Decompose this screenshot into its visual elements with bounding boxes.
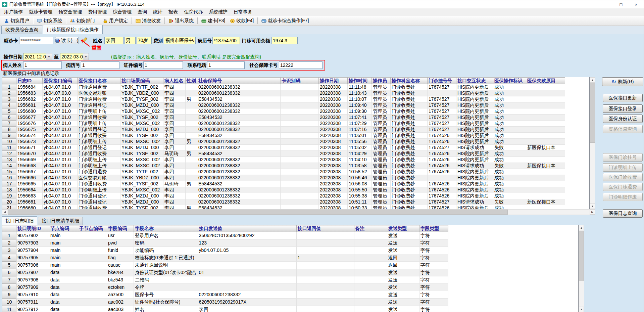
- close-icon[interactable]: ×: [629, 0, 644, 8]
- vscroll-thumb[interactable]: [590, 83, 595, 143]
- table-row[interactable]: 190757902mainusr登录用户名350628C101350628002…: [2, 232, 448, 239]
- detail-tab[interactable]: 接口日志清单明细: [38, 217, 83, 225]
- column-header[interactable]: 社会保障号: [197, 78, 281, 84]
- column-header[interactable]: 医保接口编码: [43, 78, 78, 84]
- table-row[interactable]: 990757910dataaaz500医保卡号0220006001238332发…: [2, 291, 448, 299]
- toolbar-button[interactable]: 退出系统: [166, 16, 196, 25]
- column-header[interactable]: 日志ID: [16, 78, 43, 84]
- gender-input[interactable]: [125, 37, 136, 44]
- scroll-left-icon[interactable]: ◀: [2, 210, 7, 215]
- table-row[interactable]: 101956673yb04.07.01.0门诊明细上传YBJK_MXSC_002…: [2, 139, 565, 145]
- menu-item[interactable]: 查询: [135, 8, 150, 16]
- column-header[interactable]: 发送类型: [387, 225, 419, 232]
- toolbar-button[interactable]: 切换系统: [35, 16, 64, 25]
- menu-item[interactable]: 系统维护: [206, 8, 231, 16]
- toolbar-button[interactable]: 就诊卡综合操作[F7]: [259, 16, 311, 25]
- column-header[interactable]: 接口场景编码: [120, 78, 163, 84]
- menu-item[interactable]: 日常事务: [231, 8, 255, 16]
- scroll-down-icon[interactable]: ▼: [590, 204, 595, 209]
- table-row[interactable]: 11956684yb04.07.01.0门诊通用退费YBJK_TYTF_002李…: [2, 84, 565, 90]
- patient-name-input[interactable]: [23, 61, 62, 69]
- toolbar-button[interactable]: 切换用户: [2, 16, 32, 25]
- maximize-icon[interactable]: □: [613, 0, 629, 8]
- column-header[interactable]: 子节点编码: [78, 225, 107, 232]
- menu-item[interactable]: 统计: [150, 8, 165, 16]
- toolbar-button[interactable]: 用户锁定: [100, 16, 130, 25]
- table-row[interactable]: 61956677yb04.07.01.0门诊通用收费YBJK_TYSF_002李…: [2, 115, 565, 121]
- table-row[interactable]: 590757906maincause未通过原因说明返回字符: [2, 262, 448, 269]
- column-header[interactable]: 操作员: [372, 78, 391, 84]
- card-number-input[interactable]: [19, 37, 53, 44]
- table-row[interactable]: 81956675yb04.07.01.0门诊通用登记YBJK_MZDJ_000李…: [2, 127, 565, 133]
- cert-no-input[interactable]: [143, 61, 183, 69]
- fee-type-input[interactable]: [164, 37, 196, 44]
- table-row[interactable]: 161956666yb04.07.03.0医保交易对账YBJK_YBDZ_000…: [2, 175, 565, 181]
- toolbar-button[interactable]: 消息收发: [133, 16, 163, 25]
- column-header[interactable]: 操作日期: [319, 78, 348, 84]
- hscroll-thumb[interactable]: [8, 210, 508, 215]
- column-header[interactable]: 门诊挂号号: [428, 78, 456, 84]
- scroll-right-icon[interactable]: ▶: [590, 210, 595, 215]
- column-header[interactable]: 字段名称: [134, 225, 198, 232]
- filter-record-no-input[interactable]: [81, 61, 119, 69]
- menu-item[interactable]: 用户操作: [1, 8, 26, 16]
- toolbar-button[interactable]: 建卡[F3]: [199, 16, 228, 25]
- table-row[interactable]: 1190757912dataaac003姓名李四发送字符: [2, 306, 448, 312]
- table-row[interactable]: 141956668yb04.07.01.0门诊明细上传YBJK_MXSC_002…: [2, 163, 565, 169]
- table-row[interactable]: 211956660yb04.07.01.0门诊通用收费YBJK_TYSF_002…: [2, 205, 565, 210]
- table-row[interactable]: 151956667yb04.07.01.0门诊通用退费YBJK_TYTF_002…: [2, 169, 565, 175]
- name-input[interactable]: [104, 37, 123, 44]
- side-button[interactable]: 医保接口登录: [603, 104, 643, 113]
- table-row[interactable]: 71956676yb04.07.01.0门诊明细上传YBJK_MXSC_002李…: [2, 121, 565, 127]
- age-input[interactable]: [137, 37, 152, 44]
- table-row[interactable]: 191956663yb04.07.01.0门诊通用登记YBJK_MZDJ_000…: [2, 193, 565, 199]
- column-header[interactable]: 卡识别码: [281, 78, 319, 84]
- main-tab[interactable]: 门诊新医保接口综合操作: [43, 25, 103, 34]
- column-header[interactable]: 操作科室名称: [391, 78, 428, 84]
- vscroll-thumb[interactable]: [579, 231, 584, 281]
- table-row[interactable]: 201956661yb04.07.01.0门诊通用登记YBJK_MZDJ_000…: [2, 199, 565, 205]
- menu-item[interactable]: 预交金管理: [55, 8, 85, 16]
- minimize-icon[interactable]: –: [598, 0, 613, 8]
- date-to-combo[interactable]: 2022-03-09 ▼: [60, 53, 89, 60]
- column-header[interactable]: 字段类型: [419, 225, 448, 232]
- table-row[interactable]: 131956669yb04.07.01.0门诊明细上传YBJK_MXSC_002…: [2, 157, 565, 163]
- column-header[interactable]: 性别: [186, 78, 197, 84]
- table-row[interactable]: 171956665yb04.07.01.0门诊通用收费YBJK_TYSF_002…: [2, 181, 565, 187]
- column-header[interactable]: 接口交互状态: [456, 78, 493, 84]
- column-header[interactable]: 字段编码: [107, 225, 134, 232]
- column-header[interactable]: 接口返回值: [296, 225, 354, 232]
- scroll-up-icon[interactable]: ▲: [579, 225, 584, 230]
- read-card-button[interactable]: 读卡(一): [55, 37, 79, 44]
- column-header[interactable]: 操作时间: [348, 78, 372, 84]
- detail-table-vscrollbar[interactable]: ▲ ▼: [579, 225, 584, 312]
- ss-card-input[interactable]: [279, 61, 323, 69]
- column-header[interactable]: 病人姓名: [163, 78, 186, 84]
- column-header[interactable]: 节点编码: [49, 225, 78, 232]
- scroll-down-icon[interactable]: ▼: [579, 307, 584, 312]
- chevron-down-icon[interactable]: ▼: [83, 53, 89, 60]
- column-header[interactable]: 医保接口名称: [78, 78, 120, 84]
- date-from-combo[interactable]: 2021-12-09 ▼: [23, 53, 52, 60]
- record-no-input[interactable]: [212, 37, 240, 44]
- detail-tab[interactable]: 接口日志明细: [2, 216, 37, 225]
- table-row[interactable]: 1090757911dataaac002证件号码(社会保障号)620503199…: [2, 299, 448, 306]
- column-header[interactable]: 医保操作标识: [493, 78, 526, 84]
- table-row[interactable]: 31956682yb04.07.01.0门诊通用收费YBJK_TYSF_002李…: [2, 96, 565, 102]
- side-button[interactable]: 医保身份认证: [603, 115, 643, 123]
- table-row[interactable]: 111956671yb04.07.01.0门诊通用登记YBJK_MZDJ_000…: [2, 145, 565, 151]
- main-tab[interactable]: 收费员综合查询: [1, 26, 42, 34]
- table-row[interactable]: 181956664yb04.07.01.0门诊明细上传YBJK_MXSC_002…: [2, 187, 565, 193]
- column-header[interactable]: 医保失败原因: [526, 78, 565, 84]
- column-header[interactable]: 接口明细ID: [16, 225, 49, 232]
- column-header[interactable]: 接口发送值: [198, 225, 296, 232]
- table-row[interactable]: 21956683yb04.07.03.0医保交易对账YBJK_YBDZ_000李…: [2, 90, 565, 96]
- side-button[interactable]: 医保日志查询: [603, 209, 643, 218]
- balance-input[interactable]: [271, 37, 298, 44]
- chevron-down-icon[interactable]: ▼: [46, 53, 52, 60]
- table-row[interactable]: 790757908databkz543二维码发送字符: [2, 276, 448, 284]
- table-row[interactable]: 390757904mainfunid功能编码yb04.07.01.05发送字符: [2, 247, 448, 254]
- menu-item[interactable]: 报表: [165, 8, 181, 16]
- refresh-button[interactable]: ↻ 刷新(R): [602, 77, 643, 86]
- menu-item[interactable]: 综合管理: [110, 8, 135, 16]
